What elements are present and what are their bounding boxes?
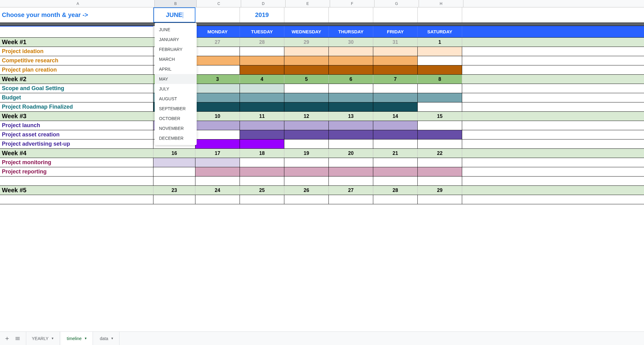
day-cell[interactable]: 5: [284, 75, 329, 84]
day-cell[interactable]: 14: [373, 112, 418, 121]
task-cell[interactable]: [329, 47, 373, 56]
task-cell[interactable]: [373, 130, 418, 139]
week-label[interactable]: Week #2: [0, 75, 153, 84]
task-cell[interactable]: [284, 139, 329, 148]
empty-cell[interactable]: [195, 7, 240, 23]
task-cell[interactable]: [418, 167, 462, 176]
task-cell[interactable]: [418, 139, 462, 148]
dropdown-option-july[interactable]: JULY: [155, 84, 197, 94]
dropdown-option-december[interactable]: DECEMBER: [155, 133, 197, 143]
day-cell[interactable]: 6: [329, 75, 373, 84]
month-dropdown[interactable]: JUNEJANUARYFEBRUARYMARCHAPRILMAYJULYAUGU…: [155, 23, 197, 145]
day-cell[interactable]: 7: [373, 75, 418, 84]
task-cell[interactable]: [373, 56, 418, 65]
day-header-wednesday[interactable]: WEDNESDAY: [284, 26, 329, 37]
task-cell[interactable]: [418, 177, 462, 185]
dropdown-option-june[interactable]: JUNE: [155, 25, 197, 35]
day-header-friday[interactable]: FRIDAY: [373, 26, 418, 37]
task-cell[interactable]: [329, 93, 373, 102]
task-cell[interactable]: [373, 177, 418, 185]
task-cell[interactable]: [284, 93, 329, 102]
task-cell[interactable]: [284, 177, 329, 185]
task-cell[interactable]: [329, 84, 373, 93]
task-cell[interactable]: [373, 158, 418, 167]
task-cell[interactable]: [329, 177, 373, 185]
day-cell[interactable]: 17: [195, 149, 240, 158]
day-cell[interactable]: 20: [329, 149, 373, 158]
task-cell[interactable]: [418, 158, 462, 167]
day-cell[interactable]: 12: [284, 112, 329, 121]
task-cell[interactable]: [240, 84, 284, 93]
task-name[interactable]: [0, 195, 153, 204]
empty-cell[interactable]: [284, 7, 329, 23]
task-cell[interactable]: [240, 167, 284, 176]
task-cell[interactable]: [284, 56, 329, 65]
day-cell[interactable]: 26: [284, 186, 329, 195]
task-cell[interactable]: [240, 177, 284, 185]
day-cell[interactable]: 27: [195, 38, 240, 47]
task-cell[interactable]: [373, 93, 418, 102]
dropdown-option-may[interactable]: MAY: [155, 74, 197, 84]
day-cell[interactable]: 29: [418, 186, 462, 195]
task-cell[interactable]: [418, 195, 462, 204]
task-cell[interactable]: [329, 139, 373, 148]
task-name[interactable]: Project ideation: [0, 47, 153, 56]
dropdown-option-january[interactable]: JANUARY: [155, 35, 197, 44]
day-cell[interactable]: 28: [240, 38, 284, 47]
task-cell[interactable]: [418, 47, 462, 56]
task-cell[interactable]: [195, 121, 240, 130]
task-name[interactable]: [0, 177, 153, 185]
task-cell[interactable]: [329, 102, 373, 111]
task-cell[interactable]: [153, 158, 195, 167]
task-name[interactable]: Scope and Goal Setting: [0, 84, 153, 93]
task-cell[interactable]: [240, 47, 284, 56]
dropdown-option-august[interactable]: AUGUST: [155, 94, 197, 104]
task-cell[interactable]: [240, 139, 284, 148]
task-name[interactable]: Project Roadmap Finalized: [0, 102, 153, 111]
task-cell[interactable]: [373, 121, 418, 130]
day-cell[interactable]: 21: [373, 149, 418, 158]
dropdown-option-february[interactable]: FEBRUARY: [155, 44, 197, 54]
task-name[interactable]: Competitive research: [0, 56, 153, 65]
task-cell[interactable]: [373, 47, 418, 56]
week-label[interactable]: Week #4: [0, 149, 153, 158]
column-header-E[interactable]: E: [286, 0, 330, 7]
day-header-tuesday[interactable]: TUESDAY: [240, 26, 284, 37]
task-cell[interactable]: [284, 65, 329, 74]
task-cell[interactable]: [373, 167, 418, 176]
task-name[interactable]: Project launch: [0, 121, 153, 130]
task-cell[interactable]: [418, 130, 462, 139]
column-header-A[interactable]: A: [1, 0, 155, 7]
empty-cell[interactable]: [0, 26, 153, 37]
task-cell[interactable]: [195, 130, 240, 139]
task-cell[interactable]: [329, 158, 373, 167]
task-cell[interactable]: [418, 84, 462, 93]
task-cell[interactable]: [195, 195, 240, 204]
day-cell[interactable]: 15: [418, 112, 462, 121]
day-cell[interactable]: 4: [240, 75, 284, 84]
month-select-cell[interactable]: JUNE: [153, 7, 195, 23]
day-cell[interactable]: 19: [284, 149, 329, 158]
day-cell[interactable]: 16: [153, 149, 195, 158]
task-cell[interactable]: [284, 121, 329, 130]
task-cell[interactable]: [240, 56, 284, 65]
task-cell[interactable]: [195, 56, 240, 65]
dropdown-option-september[interactable]: SEPTEMBER: [155, 104, 197, 114]
task-cell[interactable]: [153, 167, 195, 176]
day-header-thursday[interactable]: THURSDAY: [329, 26, 373, 37]
task-cell[interactable]: [373, 139, 418, 148]
day-cell[interactable]: 24: [195, 186, 240, 195]
task-cell[interactable]: [418, 65, 462, 74]
day-cell[interactable]: 3: [195, 75, 240, 84]
task-name[interactable]: Budget: [0, 93, 153, 102]
task-cell[interactable]: [195, 139, 240, 148]
task-cell[interactable]: [240, 158, 284, 167]
task-cell[interactable]: [284, 84, 329, 93]
task-name[interactable]: Project advertising set-up: [0, 139, 153, 148]
week-label[interactable]: Week #3: [0, 112, 153, 121]
task-name[interactable]: Project reporting: [0, 167, 153, 176]
week-label[interactable]: Week #5: [0, 186, 153, 195]
task-cell[interactable]: [195, 65, 240, 74]
day-cell[interactable]: 29: [284, 38, 329, 47]
task-cell[interactable]: [240, 65, 284, 74]
